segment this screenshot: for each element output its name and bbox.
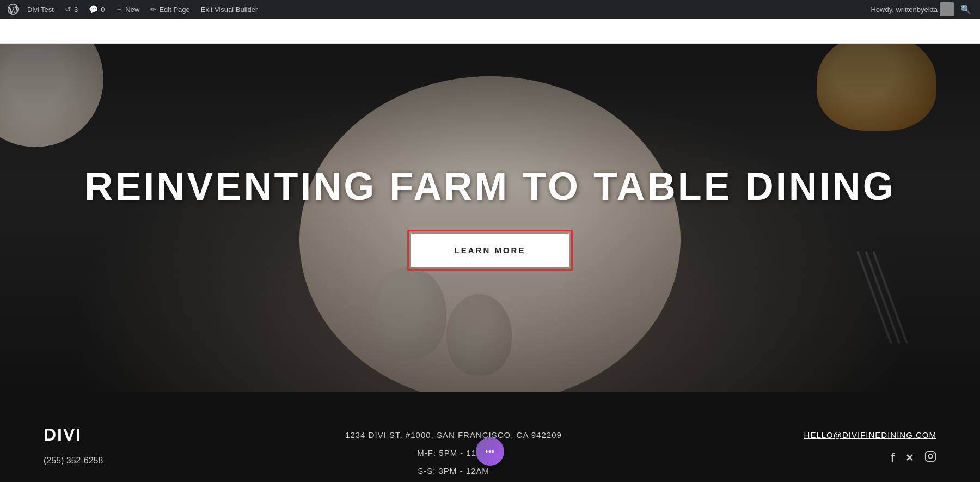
comments-count: 0	[101, 5, 105, 14]
footer-phone: (255) 352-6258	[44, 456, 103, 466]
footer-social: f ✕	[891, 450, 936, 465]
admin-bar-right: Howdy, writtenbyekta 🔍	[871, 2, 976, 16]
footer-address: 1234 DIVI ST. #1000, SAN FRANCISCO, CA 9…	[345, 430, 562, 440]
revisions-icon: ↺	[65, 5, 71, 14]
new-label: New	[125, 5, 139, 14]
svg-point-1	[928, 454, 932, 458]
divi-toolbar	[0, 19, 980, 44]
cta-button-highlight: LEARN MORE	[407, 230, 573, 271]
exit-builder-item[interactable]: Exit Visual Builder	[195, 0, 264, 19]
comments-icon: 💬	[89, 5, 98, 14]
footer-email[interactable]: HELLO@DIVIFINEDINING.COM	[804, 430, 936, 440]
site-name-item[interactable]: Divi Test	[22, 0, 59, 19]
divi-float-button[interactable]	[476, 437, 504, 466]
footer-hours-weekend-text: S-S: 3PM - 12AM	[418, 466, 489, 475]
pencil-icon: ✏	[150, 5, 156, 14]
search-icon[interactable]: 🔍	[956, 4, 976, 15]
facebook-icon[interactable]: f	[891, 451, 895, 465]
admin-bar: Divi Test ↺ 3 💬 0 ＋ New ✏ Edit Page Exit…	[0, 0, 980, 19]
plus-icon: ＋	[115, 4, 122, 14]
learn-more-button[interactable]: LEARN MORE	[411, 234, 569, 267]
hero-section: REINVENTING FARM TO TABLE DINING LEARN M…	[0, 44, 980, 392]
exit-builder-label: Exit Visual Builder	[201, 5, 258, 14]
howdy-text: Howdy, writtenbyekta	[871, 5, 938, 14]
edit-page-item[interactable]: ✏ Edit Page	[145, 0, 195, 19]
footer-right: HELLO@DIVIFINEDINING.COM f ✕	[804, 425, 936, 465]
wp-logo[interactable]	[4, 0, 22, 19]
footer-logo: DIVI	[44, 425, 103, 445]
footer-left: DIVI (255) 352-6258	[44, 425, 103, 466]
new-item[interactable]: ＋ New	[110, 0, 145, 19]
site-name-label: Divi Test	[27, 5, 54, 14]
revisions-item[interactable]: ↺ 3	[59, 0, 83, 19]
hero-title: REINVENTING FARM TO TABLE DINING	[84, 165, 895, 208]
footer-hours-weekend: S-S: 3PM - 12AM	[418, 466, 489, 475]
revisions-count: 3	[74, 5, 78, 14]
svg-point-2	[933, 453, 934, 454]
edit-page-label: Edit Page	[159, 5, 189, 14]
instagram-icon[interactable]	[924, 450, 936, 465]
hero-content: REINVENTING FARM TO TABLE DINING LEARN M…	[84, 165, 895, 271]
comments-item[interactable]: 💬 0	[83, 0, 110, 19]
svg-rect-0	[926, 452, 935, 461]
footer-center: 1234 DIVI ST. #1000, SAN FRANCISCO, CA 9…	[345, 425, 562, 475]
user-avatar[interactable]	[940, 2, 954, 16]
twitter-x-icon[interactable]: ✕	[905, 452, 914, 464]
